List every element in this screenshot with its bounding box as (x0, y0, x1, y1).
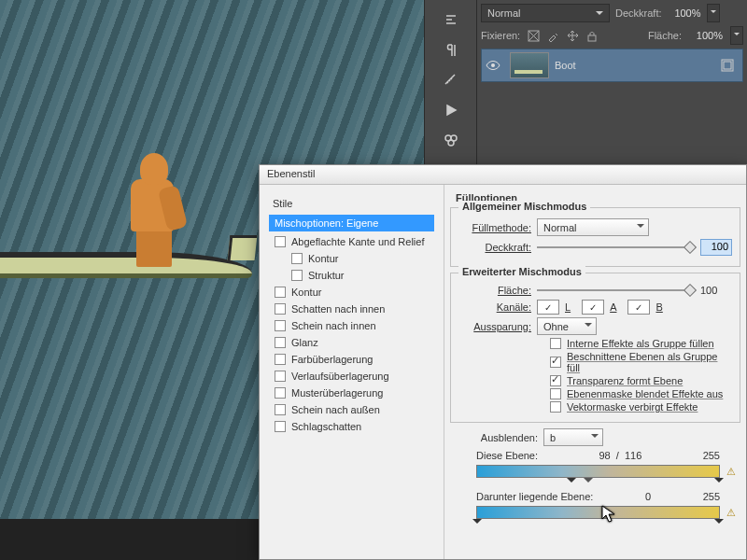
adv-option-label: Beschnittene Ebenen als Gruppe füll (567, 351, 732, 373)
swatches-icon[interactable] (438, 127, 464, 153)
sidebar-item[interactable]: Glanz (269, 334, 434, 351)
opacity-value[interactable]: 100% (668, 7, 701, 19)
sidebar-item-label: Abgeflachte Kante und Relief (291, 236, 425, 247)
sidebar-item[interactable]: Verlaufsüberlagerung (269, 368, 434, 385)
svg-point-5 (491, 63, 495, 67)
adv-option-row[interactable]: Ebenenmaske blendet Effekte aus (550, 388, 732, 399)
adv-fill-slider[interactable] (537, 284, 695, 297)
play-icon[interactable] (438, 97, 464, 123)
layer-name[interactable]: Boot (555, 60, 720, 71)
checkbox[interactable] (291, 253, 303, 264)
visibility-icon[interactable] (482, 60, 504, 71)
sidebar-item-blending-options[interactable]: Mischoptionen: Eigene (269, 215, 434, 231)
dialog-titlebar[interactable]: Ebenenstil (260, 165, 746, 185)
blend-if-channel-select[interactable]: b (543, 428, 603, 446)
sidebar-item-label: Verlaufsüberlagerung (291, 371, 389, 382)
checkbox[interactable] (275, 320, 286, 331)
checkbox[interactable] (275, 371, 286, 382)
opacity-spinner[interactable] (707, 4, 720, 22)
this-black-stop[interactable] (567, 478, 576, 487)
sidebar-item[interactable]: Musterüberlagerung (269, 385, 434, 401)
dialog-title: Ebenenstil (267, 168, 315, 179)
sidebar-item[interactable]: Kontur (269, 284, 434, 301)
knockout-select[interactable]: Ohne (537, 317, 597, 335)
sidebar-item[interactable]: Schein nach außen (269, 401, 434, 418)
sidebar-item[interactable]: Struktur (269, 267, 434, 284)
checkbox[interactable] (275, 236, 286, 247)
under-layer-sfx: e: (585, 491, 593, 502)
checkbox[interactable] (275, 354, 286, 365)
this-white-stop[interactable] (714, 478, 724, 487)
sidebar-item[interactable]: Schein nach innen (269, 317, 434, 334)
checkbox[interactable] (275, 404, 286, 415)
advanced-blend-title: Erweiterter Mischmodus (458, 266, 585, 277)
sidebar-item-label: Glanz (291, 337, 318, 348)
under-layer-label: Darunter liegende Eben (476, 491, 585, 502)
adv-option-label: Transparenz formt Ebene (567, 375, 683, 386)
checkbox[interactable] (550, 388, 561, 399)
knockout-value: Ohne (543, 321, 569, 332)
fill-method-select[interactable]: Normal (537, 218, 649, 236)
under-black-stop[interactable] (472, 519, 482, 528)
checkbox[interactable] (550, 401, 561, 413)
checkbox[interactable] (275, 337, 286, 348)
under-white-stop[interactable] (714, 519, 724, 528)
this-black-split-stop[interactable] (584, 478, 593, 487)
this-layer-label: Diese Ebene: (476, 450, 538, 461)
this-low-value: 98 (599, 450, 610, 461)
checkbox[interactable] (550, 375, 561, 386)
opacity-slider[interactable] (537, 241, 695, 254)
opacity-label: Deckkraft: (615, 7, 662, 19)
layer-thumbnail[interactable] (510, 52, 549, 78)
type-align-icon[interactable] (438, 7, 464, 34)
sidebar-item[interactable]: Schatten nach innen (269, 301, 434, 317)
fill-spinner[interactable] (730, 26, 743, 45)
measure-icon[interactable] (438, 67, 464, 93)
fill-method-label: Füllmethode: (458, 222, 531, 233)
channel-b-check[interactable] (627, 300, 650, 315)
adv-option-label: Ebenenmaske blendet Effekte aus (567, 388, 723, 399)
under-layer-gradient[interactable]: ⚠ (476, 506, 720, 519)
fill-value[interactable]: 100% (689, 30, 723, 41)
adv-option-row[interactable]: Beschnittene Ebenen als Gruppe füll (550, 351, 732, 373)
vertical-toolbar (424, 0, 476, 164)
sidebar-item-label: Musterüberlagerung (291, 387, 383, 399)
adv-option-label: Interne Effekte als Gruppe füllen (567, 338, 714, 349)
lock-move-icon[interactable] (567, 30, 579, 42)
checkbox[interactable] (275, 303, 286, 315)
sidebar-item[interactable]: Abgeflachte Kante und Relief (269, 233, 434, 250)
blend-mode-value: Normal (487, 7, 520, 19)
general-blend-title: Allgemeiner Mischmodus (458, 201, 590, 212)
blend-mode-select[interactable]: Normal (481, 4, 610, 22)
checkbox[interactable] (291, 270, 303, 281)
checkbox[interactable] (550, 338, 561, 349)
sidebar-item[interactable]: Kontur (269, 250, 434, 267)
channel-l-check[interactable] (537, 300, 559, 315)
opacity-input[interactable]: 100 (700, 239, 732, 256)
lock-brush-icon[interactable] (547, 30, 559, 42)
lock-label: Fixieren: (481, 30, 520, 41)
layer-menu-icon[interactable] (720, 58, 735, 73)
lock-all-icon[interactable] (586, 30, 598, 42)
checkbox[interactable] (550, 357, 561, 368)
layer-row[interactable]: Boot (481, 49, 743, 82)
sidebar-item-label: Kontur (291, 287, 321, 298)
channel-a-check[interactable] (582, 300, 604, 315)
paragraph-icon[interactable] (438, 37, 464, 63)
adv-option-row[interactable]: Vektormaske verbirgt Effekte (550, 401, 732, 413)
channel-a-label: A (610, 301, 616, 313)
sidebar-item[interactable]: Farbüberlagerung (269, 351, 434, 368)
fill-label: Fläche: (648, 30, 682, 41)
adv-option-row[interactable]: Transparenz formt Ebene (550, 375, 732, 386)
lock-transparency-icon[interactable] (528, 30, 540, 42)
advanced-blend-group: Erweiterter Mischmodus Fläche: 100 Kanäl… (450, 273, 740, 423)
checkbox[interactable] (275, 421, 286, 432)
channels-label: Kanäle: (458, 301, 531, 313)
checkbox[interactable] (275, 387, 286, 399)
sidebar-header[interactable]: Stile (269, 194, 434, 215)
adv-fill-value[interactable]: 100 (700, 285, 732, 296)
sidebar-item[interactable]: Schlagschatten (269, 418, 434, 435)
checkbox[interactable] (275, 287, 286, 298)
adv-option-row[interactable]: Interne Effekte als Gruppe füllen (550, 338, 732, 349)
this-layer-gradient[interactable]: ⚠ (476, 465, 720, 478)
